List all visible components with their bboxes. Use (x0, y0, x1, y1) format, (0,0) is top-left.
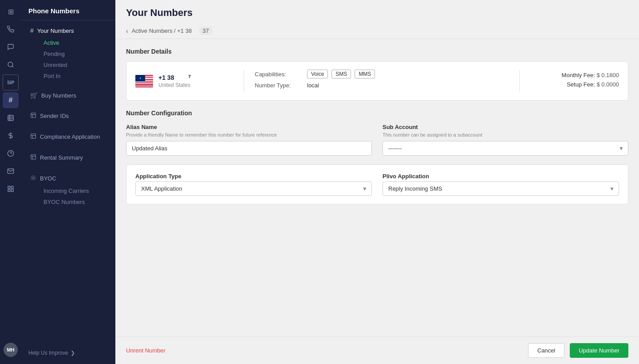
application-type-card: Application Type XML Application Answer … (126, 164, 628, 204)
phone-number-display: +1 38 ⁷ (158, 74, 191, 81)
country-name: United States (158, 82, 191, 88)
setup-fee-row: Setup Fee: $ 0.0000 (530, 81, 619, 88)
content-area: Number Details +1 38 ⁷ United States Cap… (115, 39, 639, 337)
capabilities-section: Capabilities: Voice SMS MMS Number Type:… (255, 70, 509, 92)
alias-name-input[interactable] (126, 141, 372, 156)
monthly-fee-value: $ 0.1800 (596, 72, 619, 78)
footer-buttons: Cancel Update Number (528, 343, 628, 358)
main-content: Your Numbers ‹ Active Numbers / +1 38 37… (115, 0, 639, 364)
update-number-button[interactable]: Update Number (570, 343, 628, 358)
page-footer: Unrent Number Cancel Update Number (115, 337, 639, 364)
application-type-select[interactable]: XML Application Answer URL No Applicatio… (135, 181, 372, 196)
sidebar-item-rental[interactable]: Rental Summary (23, 151, 114, 164)
flag-us-icon (135, 75, 153, 87)
sidebar-item-byoc[interactable]: BYOC (23, 172, 114, 185)
fee-section: Monthly Fee: $ 0.1800 Setup Fee: $ 0.000… (530, 72, 619, 90)
breadcrumb-path: Active Numbers / +1 38 (132, 27, 192, 34)
breadcrumb-bar: ‹ Active Numbers / +1 38 37 (115, 23, 639, 39)
help-icon[interactable] (3, 145, 19, 161)
alias-name-label: Alias Name (126, 124, 372, 130)
cart-icon: 🛒 (30, 92, 38, 99)
number-type-row: Number Type: local (255, 82, 509, 89)
monthly-fee-label: Monthly Fee: (562, 72, 595, 78)
number-config-title: Number Configuration (126, 110, 628, 117)
help-improve[interactable]: Help Us Improve ❯ (21, 345, 115, 360)
plivo-application-select[interactable]: Reply Incoming SMS Default Application C… (383, 181, 619, 196)
alias-name-col: Alias Name Provide a friendly Name to re… (126, 124, 372, 156)
page-header: Your Numbers (115, 0, 639, 23)
sidebar-title: Phone Numbers (21, 0, 115, 20)
number-type-value: local (307, 82, 319, 89)
sub-account-select-wrapper: ------- ▼ (383, 141, 628, 156)
alias-subaccount-row: Alias Name Provide a friendly Name to re… (126, 124, 628, 156)
grid-icon[interactable] (3, 181, 19, 197)
svg-rect-19 (31, 155, 36, 160)
divider-vertical-2 (519, 70, 520, 92)
user-avatar[interactable]: MH (4, 343, 18, 357)
plivo-application-col: Plivo Application Reply Incoming SMS Def… (383, 173, 619, 196)
sidebar-sub-pending[interactable]: Pending (40, 48, 114, 59)
sidebar-item-your-numbers[interactable]: # Your Numbers (23, 24, 114, 37)
setup-fee-value: $ 0.0000 (596, 81, 619, 88)
svg-rect-16 (31, 134, 36, 139)
mms-badge: MMS (355, 70, 375, 78)
sub-account-select[interactable]: ------- (383, 141, 628, 156)
dashboard-icon[interactable]: ⊞ (3, 4, 19, 20)
cancel-button[interactable]: Cancel (528, 343, 564, 358)
sidebar-sub-port-in[interactable]: Port In (40, 70, 114, 82)
hash-icon[interactable]: # (3, 92, 19, 108)
sidebar-sub-unrented[interactable]: Unrented (40, 59, 114, 70)
sip-icon[interactable]: SIP (3, 74, 19, 90)
voice-badge: Voice (307, 70, 328, 78)
svg-rect-10 (11, 186, 13, 188)
divider-vertical (244, 70, 244, 92)
sidebar-item-sender-ids[interactable]: Sender IDs (23, 109, 114, 123)
monthly-fee-row: Monthly Fee: $ 0.1800 (530, 72, 619, 78)
rental-icon (30, 154, 36, 161)
table-icon[interactable] (3, 110, 19, 126)
svg-rect-9 (8, 186, 10, 188)
sub-account-desc: This number can be assigned to a subacco… (383, 132, 628, 137)
alias-name-desc: Provide a friendly Name to remember this… (126, 132, 372, 137)
icon-rail: ⊞ SIP # MH (0, 0, 21, 364)
voice-icon[interactable] (3, 21, 19, 37)
sender-icon (30, 112, 36, 120)
message-icon[interactable] (3, 39, 19, 55)
hash-sidebar-icon: # (30, 27, 34, 34)
sub-account-col: Sub Account This number can be assigned … (383, 124, 628, 156)
app-type-row: Application Type XML Application Answer … (135, 173, 619, 196)
page-title: Your Numbers (126, 7, 628, 19)
number-info: +1 38 ⁷ United States (158, 74, 191, 88)
number-type-label: Number Type: (255, 82, 304, 89)
svg-line-1 (12, 66, 13, 67)
sidebar-item-buy-numbers[interactable]: 🛒 Buy Numbers (23, 89, 114, 102)
mail-icon[interactable] (3, 163, 19, 179)
application-type-label: Application Type (135, 173, 372, 180)
svg-rect-12 (11, 189, 13, 192)
sidebar-item-compliance[interactable]: Compliance Application (23, 130, 114, 144)
number-details-title: Number Details (126, 48, 628, 55)
unrent-number-link[interactable]: Unrent Number (126, 347, 166, 354)
sidebar-sub-active[interactable]: Active (40, 37, 114, 48)
sidebar-sub-byoc-numbers[interactable]: BYOC Numbers (40, 196, 114, 207)
plivo-application-select-wrapper: Reply Incoming SMS Default Application C… (383, 181, 619, 196)
application-type-col: Application Type XML Application Answer … (135, 173, 372, 196)
sms-badge: SMS (331, 70, 351, 78)
sidebar-sub-incoming-carriers[interactable]: Incoming Carriers (40, 185, 114, 196)
svg-point-0 (8, 62, 13, 67)
setup-fee-label: Setup Fee: (567, 81, 595, 88)
search-icon[interactable] (3, 57, 19, 73)
breadcrumb-back-button[interactable]: ‹ (126, 27, 128, 35)
breadcrumb-count: 37 (199, 27, 212, 35)
application-type-select-wrapper: XML Application Answer URL No Applicatio… (135, 181, 372, 196)
capabilities-label: Capabilities: (255, 71, 304, 78)
byoc-icon (30, 175, 36, 182)
svg-rect-11 (8, 189, 10, 192)
capabilities-row: Capabilities: Voice SMS MMS (255, 70, 509, 78)
number-details-card: +1 38 ⁷ United States Capabilities: Voic… (126, 61, 628, 101)
sidebar: Phone Numbers # Your Numbers Active Pend… (21, 0, 115, 364)
svg-rect-2 (8, 115, 13, 121)
compliance-icon (30, 133, 36, 141)
svg-rect-13 (31, 113, 36, 118)
dollar-icon[interactable] (3, 128, 19, 144)
